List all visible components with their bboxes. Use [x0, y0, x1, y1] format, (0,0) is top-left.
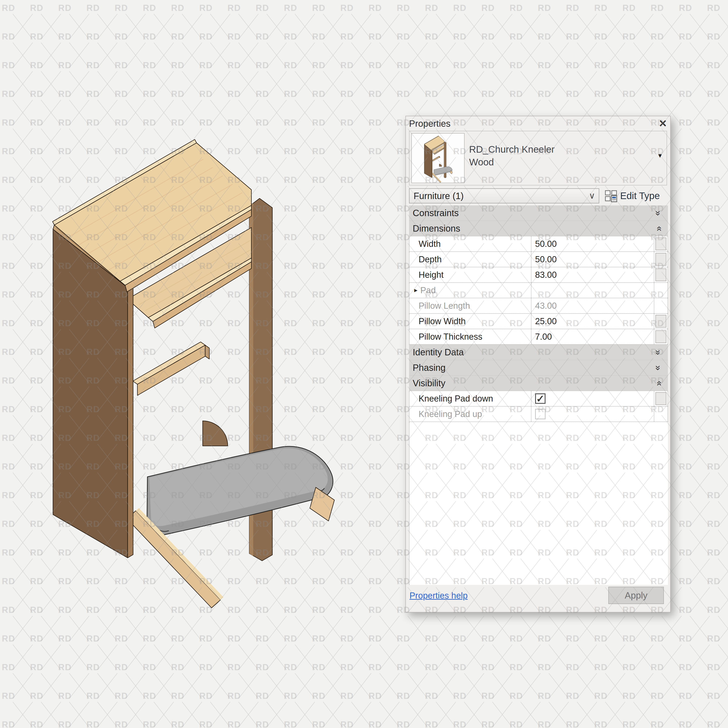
associate-parameter-button[interactable] — [655, 392, 666, 405]
pillow-thickness-value-field[interactable]: 7.00 — [531, 329, 654, 344]
property-row-pillow-length: Pillow Length 43.00 — [409, 298, 668, 314]
section-header-phasing[interactable]: Phasing » — [409, 360, 668, 376]
kneeling-pad-up-checkbox[interactable] — [535, 409, 546, 419]
property-grid: Constraints » Dimensions » Width 50.00 D… — [409, 205, 668, 422]
panel-title: Properties — [409, 119, 450, 129]
edit-type-icon — [605, 190, 618, 202]
properties-panel: Properties ✕ — [405, 116, 671, 612]
collapse-chevron-icon[interactable]: » — [654, 224, 663, 233]
property-row-pillow-thickness: Pillow Thickness 7.00 — [409, 329, 668, 345]
kneeling-pad-down-checkbox[interactable]: ✓ — [535, 393, 546, 404]
category-dropdown-value: Furniture (1) — [410, 191, 463, 201]
property-row-pad: ► Pad — [409, 283, 668, 298]
edit-type-button[interactable]: Edit Type — [605, 190, 660, 202]
left-panel-face — [53, 229, 128, 558]
selector-row: Furniture (1) ∨ Edit Type — [409, 188, 667, 203]
section-header-constraints[interactable]: Constraints » — [409, 205, 668, 221]
rail-front-face — [138, 345, 205, 395]
close-icon[interactable]: ✕ — [659, 119, 667, 128]
section-header-identity-data[interactable]: Identity Data » — [409, 345, 668, 360]
pad-value-field — [531, 283, 654, 298]
type-selector[interactable]: RD_Church Kneeler Wood ▼ — [409, 131, 667, 185]
family-name: RD_Church Kneeler — [469, 143, 555, 156]
pad-bracket — [439, 164, 442, 167]
properties-help-link[interactable]: Properties help — [410, 591, 468, 601]
type-name-line: Wood — [469, 156, 555, 168]
property-row-height: Height 83.00 — [409, 267, 668, 283]
edit-type-label: Edit Type — [620, 190, 660, 201]
associate-parameter-button[interactable] — [655, 253, 666, 266]
pillow-length-value-field: 43.00 — [531, 298, 654, 313]
property-row-kneeling-pad-up: Kneeling Pad up — [409, 407, 668, 422]
height-value-field[interactable]: 83.00 — [531, 267, 654, 282]
category-dropdown[interactable]: Furniture (1) ∨ — [409, 188, 599, 203]
left-panel-front-edge — [128, 284, 133, 558]
width-value-field[interactable]: 50.00 — [531, 236, 654, 251]
collapse-chevron-icon[interactable]: » — [654, 348, 663, 357]
collapse-chevron-icon[interactable]: » — [654, 209, 663, 218]
left-panel-front-edge — [432, 150, 432, 178]
panel-footer: Properties help Apply — [409, 585, 667, 611]
rail-end-face — [439, 156, 440, 158]
rail-top-face — [133, 342, 205, 384]
type-name: RD_Church Kneeler Wood — [469, 143, 555, 168]
empty-grid-area — [409, 422, 668, 585]
expand-triangle-icon[interactable]: ► — [413, 287, 419, 294]
section-header-visibility[interactable]: Visibility » — [409, 376, 668, 391]
panel-titlebar[interactable]: Properties ✕ — [409, 116, 667, 131]
collapse-chevron-icon[interactable]: » — [654, 363, 663, 372]
property-row-pillow-width: Pillow Width 25.00 — [409, 314, 668, 329]
property-row-depth: Depth 50.00 — [409, 252, 668, 267]
screenshot-stage: Properties ✕ — [0, 0, 728, 728]
depth-value-field[interactable]: 50.00 — [531, 252, 654, 267]
associate-parameter-button[interactable] — [655, 330, 666, 343]
associate-parameter-button[interactable] — [655, 237, 666, 250]
pad-bracket — [203, 421, 228, 446]
pad-right-board — [450, 171, 453, 174]
associate-parameter-button[interactable] — [655, 315, 666, 327]
apply-button[interactable]: Apply — [608, 587, 664, 604]
section-header-dimensions[interactable]: Dimensions » — [409, 221, 668, 236]
pillow-width-value-field[interactable]: 25.00 — [531, 314, 654, 329]
rail-front-face — [433, 156, 439, 161]
type-dropdown-icon[interactable]: ▼ — [657, 152, 663, 159]
type-thumbnail — [411, 133, 465, 183]
associate-parameter-button[interactable] — [655, 268, 666, 281]
property-row-kneeling-pad-down: Kneeling Pad down ✓ — [409, 391, 668, 407]
rail-end-face — [205, 345, 209, 359]
property-row-width: Width 50.00 — [409, 236, 668, 252]
collapse-chevron-icon[interactable]: » — [654, 379, 663, 388]
chevron-down-icon: ∨ — [589, 191, 595, 201]
